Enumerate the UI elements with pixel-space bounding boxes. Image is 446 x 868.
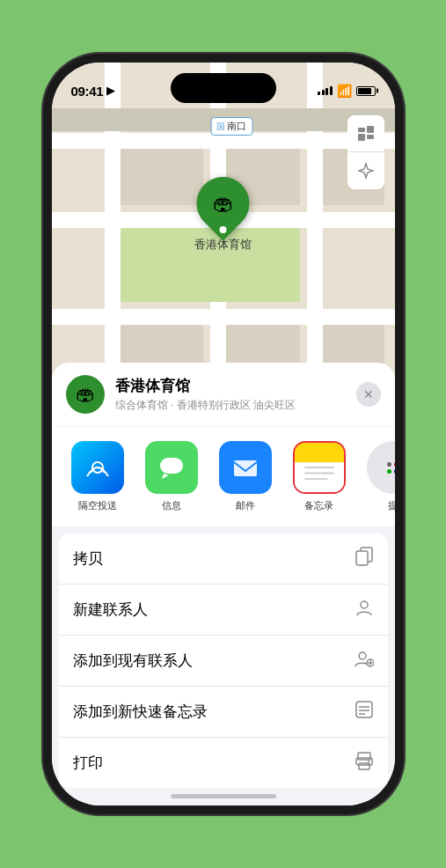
action-copy[interactable]: 拷贝 xyxy=(59,533,388,585)
signal-strength-icon xyxy=(318,86,333,95)
svg-rect-7 xyxy=(295,443,344,462)
svg-rect-13 xyxy=(356,551,368,565)
svg-rect-25 xyxy=(359,763,369,769)
bottom-sheet: 🏟 香港体育馆 综合体育馆 · 香港特别行政区 油尖旺区 ✕ 隔空投送 xyxy=(52,363,395,805)
mail-label: 邮件 xyxy=(236,499,255,512)
stadium-icon: 🏟 xyxy=(213,191,234,216)
mail-icon xyxy=(219,441,272,494)
action-add-notes-label: 添加到新快速备忘录 xyxy=(73,702,208,722)
svg-rect-19 xyxy=(356,702,372,717)
action-copy-label: 拷贝 xyxy=(73,548,103,569)
svg-rect-5 xyxy=(160,458,183,474)
notes-icon xyxy=(293,441,346,494)
share-messages[interactable]: 信息 xyxy=(140,441,203,512)
action-new-contact[interactable]: 新建联系人 xyxy=(59,585,388,636)
svg-rect-23 xyxy=(358,753,370,760)
location-venue-icon: 🏟 xyxy=(66,375,105,414)
new-contact-icon xyxy=(355,598,374,622)
battery-icon xyxy=(356,86,376,96)
svg-rect-2 xyxy=(358,134,365,141)
print-icon xyxy=(355,751,374,775)
location-subtitle: 综合体育馆 · 香港特别行政区 油尖旺区 xyxy=(115,398,346,413)
action-print-label: 打印 xyxy=(73,753,103,773)
svg-rect-6 xyxy=(234,460,257,476)
notes-label: 备忘录 xyxy=(304,499,333,512)
location-button[interactable] xyxy=(347,152,384,189)
phone-frame: 09:41 ▶ 📶 xyxy=(52,63,395,805)
map-pin-dot xyxy=(220,226,227,233)
dynamic-island xyxy=(171,73,276,103)
messages-label: 信息 xyxy=(162,499,181,512)
svg-point-14 xyxy=(361,601,368,608)
share-row: 隔空投送 信息 邮件 xyxy=(52,427,395,526)
home-indicator xyxy=(171,794,276,798)
share-notes[interactable]: 备忘录 xyxy=(288,441,351,512)
share-airdrop[interactable]: 隔空投送 xyxy=(66,441,129,512)
map-type-button[interactable] xyxy=(347,115,384,152)
action-add-existing[interactable]: 添加到现有联系人 xyxy=(59,636,388,687)
airdrop-icon xyxy=(71,441,124,494)
add-notes-icon xyxy=(355,700,374,724)
copy-icon xyxy=(355,547,374,570)
location-name: 香港体育馆 xyxy=(115,376,346,396)
share-mail[interactable]: 邮件 xyxy=(214,441,277,512)
svg-rect-3 xyxy=(367,135,374,139)
svg-point-15 xyxy=(359,652,366,659)
wifi-icon: 📶 xyxy=(337,84,352,98)
svg-rect-0 xyxy=(358,128,365,132)
action-print[interactable]: 打印 xyxy=(59,738,388,788)
map-pin: 🏟 香港体育馆 xyxy=(194,177,252,253)
action-add-existing-label: 添加到现有联系人 xyxy=(73,651,193,671)
more-icon xyxy=(367,441,395,494)
action-add-notes[interactable]: 添加到新快速备忘录 xyxy=(59,687,388,738)
location-info: 香港体育馆 综合体育馆 · 香港特别行政区 油尖旺区 xyxy=(115,376,346,413)
status-icons: 📶 xyxy=(318,84,376,98)
map-entrance-label: 国南口 xyxy=(210,117,252,136)
close-button[interactable]: ✕ xyxy=(356,382,381,407)
status-time: 09:41 xyxy=(71,84,104,99)
location-card: 🏟 香港体育馆 综合体育馆 · 香港特别行政区 油尖旺区 ✕ xyxy=(52,363,395,426)
action-new-contact-label: 新建联系人 xyxy=(73,600,148,620)
location-arrow-icon: ▶ xyxy=(106,85,114,97)
svg-rect-1 xyxy=(367,126,374,133)
map-controls[interactable] xyxy=(347,115,384,189)
svg-point-26 xyxy=(368,761,369,762)
messages-icon xyxy=(145,441,198,494)
action-list: 拷贝 新建联系人 添 xyxy=(59,533,388,788)
airdrop-label: 隔空投送 xyxy=(78,499,117,512)
add-existing-icon xyxy=(355,649,374,673)
share-more[interactable]: 提 xyxy=(362,441,395,512)
more-label: 提 xyxy=(388,499,395,512)
map-block xyxy=(121,149,203,205)
